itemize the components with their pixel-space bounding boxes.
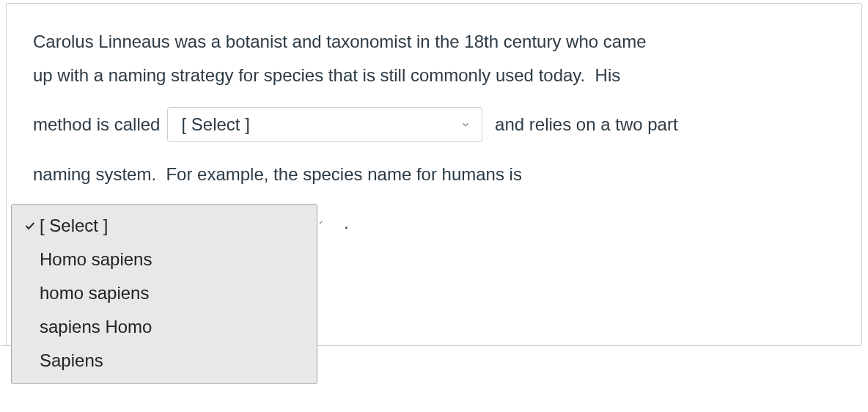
question-line-3: naming system. For example, the species … <box>33 160 522 189</box>
dropdown-option-sapiens[interactable]: Sapiens <box>12 344 317 378</box>
dropdown-option-label: Homo sapiens <box>40 246 152 273</box>
dropdown-option-homo-sapiens-cap[interactable]: Homo sapiens <box>12 243 317 276</box>
question-text: Carolus Linneaus was a botanist and taxo… <box>33 27 835 189</box>
dropdown-option-label: Sapiens <box>40 347 103 374</box>
question-line-1a: Carolus Linneaus was a botanist and taxo… <box>33 27 646 56</box>
question-line-1b: up with a naming strategy for species th… <box>33 61 620 90</box>
dropdown-option-label: sapiens Homo <box>40 314 152 340</box>
check-icon <box>21 220 40 232</box>
select-species-dropdown[interactable]: [ Select ] Homo sapiens homo sapiens sap… <box>11 204 317 384</box>
dropdown-option-label: [ Select ] <box>40 213 108 239</box>
dropdown-option-label: homo sapiens <box>40 280 149 306</box>
chevron-down-icon <box>460 119 471 130</box>
select-method[interactable]: [ Select ] <box>167 107 482 142</box>
dropdown-option-placeholder[interactable]: [ Select ] <box>12 209 317 243</box>
question-line-2a: method is called <box>33 110 160 139</box>
select-method-label: [ Select ] <box>181 110 249 139</box>
sentence-period: . <box>344 213 349 233</box>
dropdown-option-sapiens-homo[interactable]: sapiens Homo <box>12 310 317 344</box>
question-line-2b: and relies on a two part <box>490 110 677 139</box>
dropdown-option-homo-sapiens-lower[interactable]: homo sapiens <box>12 276 317 310</box>
